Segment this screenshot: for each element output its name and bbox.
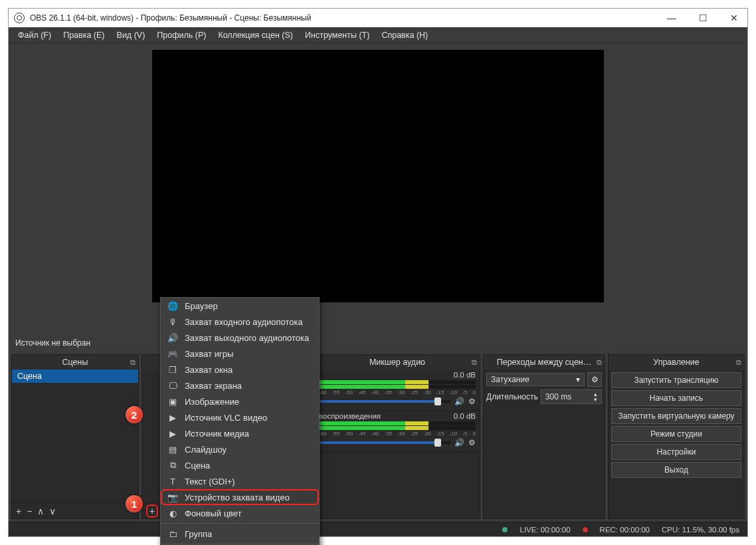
folder-icon: 🗀	[167, 529, 178, 539]
context-separator	[161, 544, 319, 544]
camera-icon: 📷	[167, 492, 178, 502]
context-item-текст-gdi-[interactable]: TТекст (GDI+)	[161, 473, 319, 489]
audio-meter	[319, 380, 476, 389]
context-item-браузер[interactable]: 🌐Браузер	[161, 298, 319, 314]
speaker-icon: 🔊	[167, 333, 178, 343]
context-item-захват-игры[interactable]: 🎮Захват игры	[161, 346, 319, 362]
transitions-header: Переходы между сцен… ⧉	[484, 355, 605, 370]
mixer-channel: 0.0 dB -60-55-50-45-40-35-30-25-20-15-10…	[315, 370, 480, 411]
context-item-захват-экрана[interactable]: 🖵Захват экрана	[161, 378, 319, 393]
audio-meter	[319, 421, 476, 430]
context-item-группа[interactable]: 🗀Группа	[161, 526, 319, 542]
popout-icon[interactable]: ⧉	[597, 358, 602, 367]
live-status: LIVE: 00:00:00	[520, 526, 570, 534]
transition-settings-button[interactable]: ⚙	[587, 372, 602, 387]
context-item-источник-медиа[interactable]: ▶Источник медиа	[161, 425, 319, 441]
menu-item[interactable]: Вид (V)	[112, 29, 151, 41]
menu-item[interactable]: Коллекция сцен (S)	[213, 29, 298, 41]
context-item-label: Фоновый цвет	[185, 508, 242, 518]
control-button[interactable]: Запустить виртуальную камеру	[611, 408, 741, 424]
mixer-panel: Микшер аудио ⧉ 0.0 dB -60-55-50-45-40-35…	[314, 354, 480, 519]
controls-title: Управление	[653, 358, 700, 367]
window-icon: ❐	[167, 365, 178, 375]
control-button[interactable]: Запустить трансляцию	[611, 372, 741, 388]
context-item-label: Источник VLC видео	[185, 413, 267, 423]
context-item-изображение[interactable]: ▣Изображение	[161, 393, 319, 409]
context-item-устройство-захвата-видео[interactable]: 📷Устройство захвата видео	[161, 489, 319, 505]
statusbar: LIVE: 00:00:00 REC: 00:00:00 CPU: 11.5%,…	[9, 522, 747, 536]
remove-scene-button[interactable]: −	[27, 506, 32, 516]
monitor-icon: 🖵	[167, 381, 178, 391]
popout-icon[interactable]: ⧉	[736, 358, 741, 367]
gear-icon[interactable]: ⚙	[468, 438, 476, 447]
color-icon: ◐	[167, 508, 178, 518]
close-button[interactable]: ✕	[726, 13, 742, 23]
controls-panel: Управление ⧉ Запустить трансляциюНачать …	[608, 354, 745, 519]
minimize-button[interactable]: —	[663, 13, 680, 23]
gear-icon[interactable]: ⚙	[468, 397, 476, 406]
popout-icon[interactable]: ⧉	[130, 358, 136, 367]
gamepad-icon: 🎮	[167, 349, 178, 359]
window-title: OBS 26.1.1 (64-bit, windows) - Профиль: …	[30, 13, 311, 23]
context-item-захват-окна[interactable]: ❐Захват окна	[161, 362, 319, 378]
rec-indicator-icon	[583, 527, 588, 532]
transitions-panel: Переходы между сцен… ⧉ Затухание ▾ ⚙ Дли…	[483, 354, 605, 519]
menu-item[interactable]: Профиль (P)	[151, 29, 211, 41]
context-item-слайдшоу[interactable]: ▤Слайдшоу	[161, 441, 319, 457]
transition-value: Затухание	[491, 375, 529, 384]
maximize-button[interactable]: ☐	[695, 13, 711, 23]
scenes-list[interactable]: Сцена	[12, 370, 138, 502]
app-body: Файл (F)Правка (E)Вид (V)Профиль (P)Колл…	[9, 27, 747, 536]
obs-logo-icon	[14, 13, 25, 23]
play-icon: ▶	[167, 429, 178, 439]
speaker-icon[interactable]: 🔊	[454, 438, 464, 447]
context-item-label: Захват выходного аудиопотока	[185, 333, 309, 343]
volume-slider[interactable]	[319, 400, 450, 403]
add-scene-button[interactable]: +	[16, 506, 21, 516]
chevron-down-icon: ▾	[576, 375, 580, 384]
channel-name: воспроизведения	[319, 412, 381, 420]
menu-item[interactable]: Правка (E)	[58, 29, 110, 41]
channel-db: 0.0 dB	[454, 412, 476, 420]
scene-up-button[interactable]: ∧	[37, 506, 44, 516]
add-source-button[interactable]: +	[146, 504, 158, 518]
context-item-источник-vlc-видео[interactable]: ▶Источник VLC видео	[161, 409, 319, 425]
scene-down-button[interactable]: ∨	[49, 506, 56, 516]
mixer-channel: воспроизведения0.0 dB -60-55-50-45-40-35…	[315, 411, 480, 452]
preview-canvas[interactable]	[152, 50, 604, 302]
control-button[interactable]: Выход	[611, 462, 741, 478]
annotation-badge-1: 1	[126, 495, 143, 512]
menu-item[interactable]: Инструменты (T)	[300, 29, 375, 41]
cpu-status: CPU: 11.5%, 30.00 fps	[662, 526, 739, 534]
controls-header: Управление ⧉	[609, 355, 744, 370]
gear-icon: ⚙	[591, 375, 599, 384]
popout-icon[interactable]: ⧉	[472, 358, 477, 367]
preview-area: 🌐Браузер🎙Захват входного аудиопотока🔊Зах…	[9, 43, 747, 334]
context-item-сцена[interactable]: ⧉Сцена	[161, 457, 319, 473]
meter-ticks: -60-55-50-45-40-35-30-25-20-15-10-50	[319, 431, 476, 437]
control-button[interactable]: Режим студии	[611, 426, 741, 442]
control-button[interactable]: Настройки	[611, 444, 741, 460]
titlebar: OBS 26.1.1 (64-bit, windows) - Профиль: …	[9, 9, 747, 27]
volume-slider[interactable]	[319, 441, 450, 444]
controls-body: Запустить трансляциюНачать записьЗапусти…	[609, 370, 744, 481]
context-item-label: Захват входного аудиопотока	[185, 317, 303, 327]
transition-select[interactable]: Затухание ▾	[486, 373, 585, 386]
context-item-захват-входного-аудиопотока[interactable]: 🎙Захват входного аудиопотока	[161, 314, 319, 330]
menubar: Файл (F)Правка (E)Вид (V)Профиль (P)Колл…	[9, 27, 747, 43]
context-item-label: Группа	[185, 529, 212, 539]
context-item-label: Захват окна	[185, 365, 233, 375]
context-separator	[161, 523, 319, 524]
scenes-footer: + − ∧ ∨	[12, 502, 138, 518]
menu-item[interactable]: Справка (H)	[376, 29, 433, 41]
context-item-фоновый-цвет[interactable]: ◐Фоновый цвет	[161, 505, 319, 521]
menu-item[interactable]: Файл (F)	[13, 29, 56, 41]
speaker-icon[interactable]: 🔊	[454, 397, 464, 406]
context-item-label: Сцена	[185, 461, 210, 471]
context-item-label: Текст (GDI+)	[185, 477, 235, 487]
control-button[interactable]: Начать запись	[611, 390, 741, 406]
context-item-захват-выходного-аудиопотока[interactable]: 🔊Захват выходного аудиопотока	[161, 330, 319, 346]
scene-item[interactable]: Сцена	[12, 370, 138, 383]
no-source-label: Источник не выбран	[9, 334, 747, 352]
duration-spinner[interactable]: 300 ms ▴▾	[541, 389, 602, 404]
